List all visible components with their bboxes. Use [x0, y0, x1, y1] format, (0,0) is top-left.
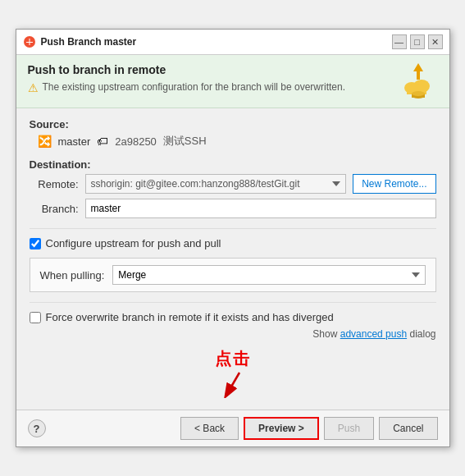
advanced-prefix: Show — [312, 328, 337, 340]
title-bar: Push Branch master — □ ✕ — [16, 30, 449, 55]
click-arrow-icon — [217, 369, 249, 398]
force-label[interactable]: Force overwrite branch in remote if it e… — [46, 311, 334, 323]
minimize-button[interactable]: — — [392, 34, 407, 49]
source-commit: 2a98250 — [115, 135, 157, 148]
header-section: Push to branch in remote ⚠ The existing … — [16, 55, 449, 108]
title-controls: — □ ✕ — [392, 34, 443, 49]
main-window: Push Branch master — □ ✕ Push to branch … — [16, 29, 450, 447]
pulling-label: When pulling: — [40, 269, 105, 281]
source-branch: master — [58, 135, 91, 148]
branch-label: Branch: — [30, 203, 79, 215]
body-section: Source: 🔀 master 🏷 2a98250 测试SSH Destina… — [16, 108, 449, 410]
footer-left: ? — [28, 419, 46, 437]
svg-marker-1 — [413, 63, 423, 80]
destination-section: Destination: Remote: sshorigin: git@gite… — [30, 158, 436, 218]
remote-row: Remote: sshorigin: git@gitee.com:hanzong… — [30, 174, 436, 194]
pulling-row: When pulling: MergeRebaseReset — [40, 265, 426, 285]
force-checkbox-row: Force overwrite branch in remote if it e… — [30, 311, 436, 323]
window-title: Push Branch master — [41, 36, 137, 48]
footer-right: < Back Preview > Push Cancel — [180, 417, 437, 440]
divider-1 — [30, 228, 436, 229]
configure-checkbox[interactable] — [30, 238, 41, 249]
git-icon — [23, 35, 36, 48]
svg-point-8 — [412, 91, 425, 96]
pulling-select[interactable]: MergeRebaseReset — [112, 265, 425, 285]
source-label: Source: — [30, 118, 436, 130]
source-row: 🔀 master 🏷 2a98250 测试SSH — [30, 134, 436, 149]
remote-select[interactable]: sshorigin: git@gitee.com:hanzong888/test… — [85, 174, 347, 194]
preview-button[interactable]: Preview > — [244, 417, 319, 440]
force-checkbox[interactable] — [30, 312, 41, 323]
header-left: Push to branch in remote ⚠ The existing … — [28, 63, 399, 95]
destination-label: Destination: — [30, 158, 436, 171]
advanced-push-link[interactable]: advanced push — [340, 328, 407, 340]
branch-input[interactable] — [85, 199, 436, 218]
source-tag: 测试SSH — [163, 134, 207, 149]
annotation-text: 点击 — [30, 348, 436, 370]
advanced-suffix: dialog — [409, 328, 435, 340]
arrow-annotation — [30, 373, 436, 398]
help-button[interactable]: ? — [28, 419, 46, 437]
svg-line-10 — [228, 373, 239, 392]
warning-text: The existing upstream configuration for … — [43, 81, 346, 93]
advanced-row: Show advanced push dialog — [30, 328, 436, 340]
header-title: Push to branch in remote — [28, 63, 399, 76]
back-button[interactable]: < Back — [180, 417, 239, 440]
cancel-button[interactable]: Cancel — [379, 417, 437, 440]
commit-icon: 🏷 — [97, 135, 108, 148]
maximize-button[interactable]: □ — [410, 34, 425, 49]
close-button[interactable]: ✕ — [428, 34, 443, 49]
source-section: Source: 🔀 master 🏷 2a98250 测试SSH — [30, 118, 436, 149]
new-remote-button[interactable]: New Remote... — [353, 174, 435, 194]
divider-2 — [30, 302, 436, 303]
configure-label[interactable]: Configure upstream for push and pull — [46, 237, 221, 249]
title-bar-left: Push Branch master — [23, 35, 137, 48]
branch-row: Branch: — [30, 199, 436, 218]
remote-label: Remote: — [30, 178, 79, 190]
pulling-section: When pulling: MergeRebaseReset — [30, 258, 436, 292]
warning-icon: ⚠ — [28, 81, 39, 95]
push-button[interactable]: Push — [324, 417, 374, 440]
cloud-upload-icon — [399, 60, 438, 99]
branch-icon: 🔀 — [38, 135, 52, 148]
cloud-icon-container — [399, 60, 438, 99]
warning-row: ⚠ The existing upstream configuration fo… — [28, 81, 399, 95]
configure-checkbox-row: Configure upstream for push and pull — [30, 237, 436, 249]
footer-section: ? < Back Preview > Push Cancel — [16, 410, 449, 446]
